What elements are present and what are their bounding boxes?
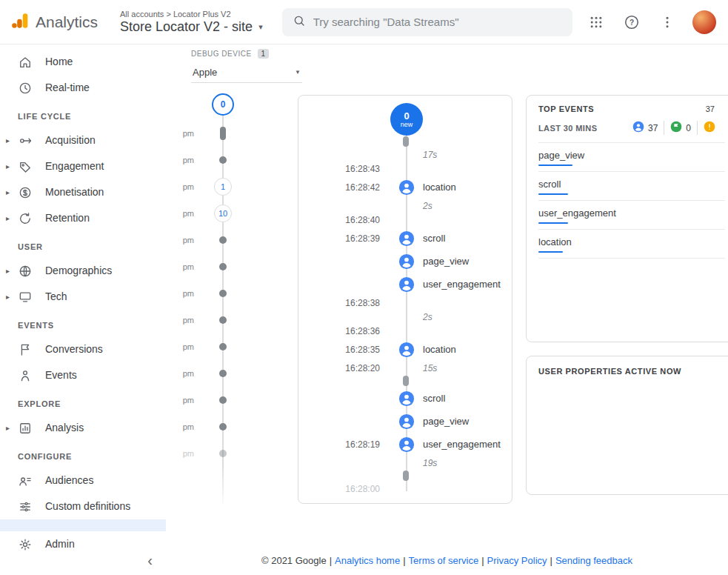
- top-event-row[interactable]: scroll: [538, 172, 725, 201]
- minute-marker[interactable]: [219, 343, 227, 350]
- event-row[interactable]: page_view: [298, 250, 512, 273]
- retention-icon: [18, 211, 34, 226]
- event-row[interactable]: 16:28:39scroll: [298, 227, 512, 250]
- minute-marker[interactable]: 10: [214, 205, 232, 222]
- tech-icon: [18, 290, 34, 305]
- minute-marker[interactable]: [220, 127, 226, 140]
- expand-arrow-icon[interactable]: ▸: [6, 424, 18, 432]
- sidebar-item-demographics[interactable]: ▸Demographics: [0, 258, 166, 284]
- kebab-menu-icon[interactable]: [652, 7, 682, 37]
- property-selector[interactable]: All accounts > Locator Plus V2 Store Loc…: [120, 10, 263, 35]
- home-icon: [18, 55, 34, 70]
- sidebar-item-label: Analysis: [45, 422, 84, 434]
- sidebar-item-engagement[interactable]: ▸Engagement: [0, 153, 166, 179]
- expand-arrow-icon[interactable]: ▸: [6, 214, 18, 222]
- conversion-icon: [670, 121, 682, 135]
- user-icon: [632, 121, 644, 135]
- top-event-row[interactable]: page_view: [538, 143, 725, 172]
- event-user-icon: [398, 230, 415, 247]
- analytics-logo[interactable]: Analytics: [0, 11, 98, 33]
- sidebar-section-explore: EXPLORE: [0, 393, 166, 415]
- expand-arrow-icon[interactable]: ▸: [6, 162, 18, 170]
- duration-row: 2s: [298, 310, 512, 324]
- event-row[interactable]: 16:28:19user_engagement: [298, 433, 512, 456]
- seconds-head-label: new: [401, 121, 413, 128]
- sidebar-item-analysis[interactable]: ▸Analysis: [0, 415, 166, 441]
- sidebar-item-acquisition[interactable]: ▸Acquisition: [0, 127, 166, 153]
- sidebar-item-conversions[interactable]: Conversions: [0, 336, 166, 362]
- search-input[interactable]: [313, 16, 562, 28]
- sidebar-item-home[interactable]: Home: [0, 49, 166, 75]
- top-event-row[interactable]: location: [538, 230, 725, 259]
- event-row[interactable]: 16:28:35location: [298, 338, 512, 361]
- expand-arrow-icon[interactable]: ▸: [6, 136, 18, 144]
- sidebar-collapse-button[interactable]: ‹: [147, 553, 153, 568]
- event-user-icon: [398, 276, 415, 293]
- sidebar-item-audiences[interactable]: Audiences: [0, 468, 166, 493]
- footer-link-privacy-policy[interactable]: Privacy Policy: [487, 555, 547, 566]
- top-event-bar: [538, 193, 568, 195]
- footer-link-sending-feedback[interactable]: Sending feedback: [555, 555, 632, 566]
- sidebar-selected-highlight[interactable]: [0, 519, 166, 531]
- minute-marker[interactable]: [219, 396, 227, 404]
- footer-separator: |: [547, 555, 555, 566]
- minute-marker[interactable]: [219, 236, 227, 244]
- event-row[interactable]: user_engagement: [298, 273, 512, 296]
- duration-row: 2s: [298, 199, 512, 213]
- stat-value: 0: [686, 123, 691, 133]
- minute-marker[interactable]: [219, 156, 227, 164]
- event-name: scroll: [423, 233, 445, 244]
- minute-marker[interactable]: [219, 263, 227, 270]
- minute-marker[interactable]: 1: [214, 178, 232, 196]
- event-row[interactable]: page_view: [298, 410, 512, 433]
- event-row[interactable]: 16:28:42location: [298, 176, 512, 199]
- top-event-bar: [538, 251, 563, 253]
- sidebar-item-real-time[interactable]: Real-time: [0, 75, 166, 101]
- footer-link-analytics-home[interactable]: Analytics home: [335, 555, 400, 566]
- minute-label: pm: [172, 129, 194, 138]
- svg-text:?: ?: [630, 18, 634, 26]
- expand-arrow-icon[interactable]: ▸: [6, 293, 18, 301]
- apps-grid-icon[interactable]: [581, 7, 611, 37]
- top-event-name: scroll: [538, 179, 725, 190]
- avatar[interactable]: [692, 10, 716, 34]
- sidebar-item-events[interactable]: Events: [0, 362, 166, 388]
- seconds-head-marker[interactable]: 0 new: [390, 103, 423, 136]
- sidebar-item-monetisation[interactable]: ▸Monetisation: [0, 179, 166, 205]
- minute-marker[interactable]: [219, 450, 227, 457]
- minute-marker[interactable]: [219, 370, 227, 377]
- right-column: TOP EVENTS 37 LAST 30 MINS 370 page_view…: [526, 95, 728, 495]
- minute-row: pm: [172, 227, 268, 253]
- debug-device-select[interactable]: Apple ▼: [191, 62, 302, 83]
- events-icon: [18, 368, 34, 383]
- top-events-rows: page_viewscrolluser_engagementlocation: [538, 143, 725, 259]
- minute-marker[interactable]: [219, 290, 227, 297]
- help-icon[interactable]: ?: [617, 7, 647, 37]
- event-row[interactable]: scroll: [298, 387, 512, 410]
- event-user-icon: [398, 436, 415, 453]
- minutes-head-marker[interactable]: 0: [212, 93, 234, 116]
- minute-marker[interactable]: [219, 316, 227, 324]
- top-event-bar: [538, 222, 568, 224]
- minute-row: pm: [172, 387, 268, 413]
- copyright: © 2021 Google: [261, 555, 327, 566]
- sidebar-item-tech[interactable]: ▸Tech: [0, 284, 166, 310]
- minute-row: pm: [172, 147, 268, 173]
- sidebar-item-retention[interactable]: ▸Retention: [0, 205, 166, 231]
- minute-marker[interactable]: [219, 423, 227, 431]
- top-event-row[interactable]: user_engagement: [538, 201, 725, 230]
- seconds-stream-card: 0 new 17s16:28:4316:28:42location2s16:28…: [298, 95, 512, 504]
- expand-arrow-icon[interactable]: ▸: [6, 267, 18, 275]
- expand-arrow-icon[interactable]: ▸: [6, 188, 18, 196]
- search-bar[interactable]: [282, 8, 572, 36]
- sidebar-item-admin[interactable]: Admin: [0, 531, 166, 557]
- timestamp-row: 16:28:00: [298, 482, 512, 496]
- sidebar-item-custom-definitions[interactable]: Custom definitions: [0, 493, 166, 519]
- product-name: Analytics: [36, 13, 98, 31]
- seconds-head-count: 0: [404, 111, 409, 121]
- timestamp-label: 16:28:43: [298, 164, 393, 174]
- breadcrumb: All accounts > Locator Plus V2: [120, 10, 263, 19]
- acquisition-icon: [18, 133, 34, 148]
- footer-link-terms-of-service[interactable]: Terms of service: [409, 555, 479, 566]
- minute-label: pm: [172, 422, 194, 431]
